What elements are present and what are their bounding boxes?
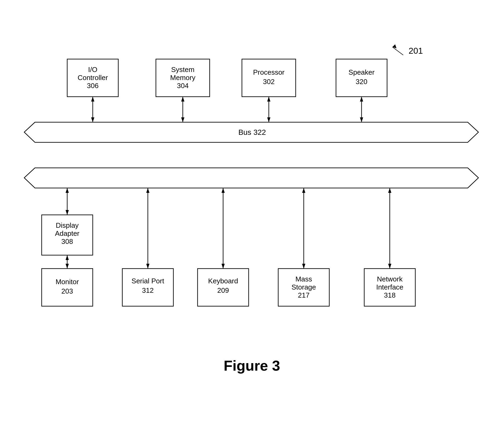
svg-marker-15 [91,97,94,102]
svg-text:306: 306 [87,82,98,90]
svg-text:209: 209 [217,286,229,294]
svg-text:Monitor: Monitor [56,278,79,286]
svg-text:304: 304 [177,82,188,90]
svg-text:203: 203 [61,287,73,295]
svg-text:Keyboard: Keyboard [208,277,238,285]
svg-marker-34 [221,264,225,269]
svg-marker-28 [66,210,69,215]
svg-text:Storage: Storage [291,283,316,291]
svg-text:Memory: Memory [170,74,195,82]
svg-marker-40 [388,264,391,269]
svg-text:System: System [171,66,195,74]
svg-text:Network: Network [377,275,403,283]
svg-marker-45 [66,255,69,260]
svg-text:Controller: Controller [78,74,108,82]
svg-marker-33 [221,188,225,193]
svg-text:Mass: Mass [295,275,312,283]
svg-marker-24 [360,97,363,102]
svg-line-0 [392,47,403,55]
svg-marker-30 [146,188,149,193]
svg-text:Serial Port: Serial Port [131,277,164,285]
svg-text:Display: Display [56,221,78,229]
svg-marker-27 [66,188,69,193]
svg-text:Processor: Processor [253,68,284,76]
svg-text:Speaker: Speaker [349,68,375,76]
svg-marker-46 [66,264,69,269]
svg-marker-31 [146,264,149,269]
ref-201-label: 201 [409,46,423,56]
svg-marker-22 [267,117,270,122]
svg-text:302: 302 [263,78,274,86]
svg-text:217: 217 [298,291,309,299]
svg-text:318: 318 [384,291,395,299]
diagram-svg: 201 I/O Controller 306 System Memory 304… [0,0,504,430]
svg-marker-21 [267,97,270,102]
io-controller-label: I/O [88,66,98,74]
figure-caption: Figure 3 [224,357,280,374]
svg-text:308: 308 [61,237,73,245]
svg-text:Adapter: Adapter [55,229,79,237]
svg-marker-18 [181,97,184,102]
svg-marker-37 [302,264,305,269]
bus-322-label: Bus 322 [238,128,266,136]
svg-text:Interface: Interface [376,283,403,291]
svg-marker-13 [24,168,478,188]
svg-marker-25 [360,117,363,122]
svg-text:312: 312 [142,286,153,294]
svg-marker-16 [91,117,94,122]
svg-text:320: 320 [356,78,367,86]
svg-marker-39 [388,188,391,193]
svg-marker-36 [302,188,305,193]
svg-marker-19 [181,117,184,122]
